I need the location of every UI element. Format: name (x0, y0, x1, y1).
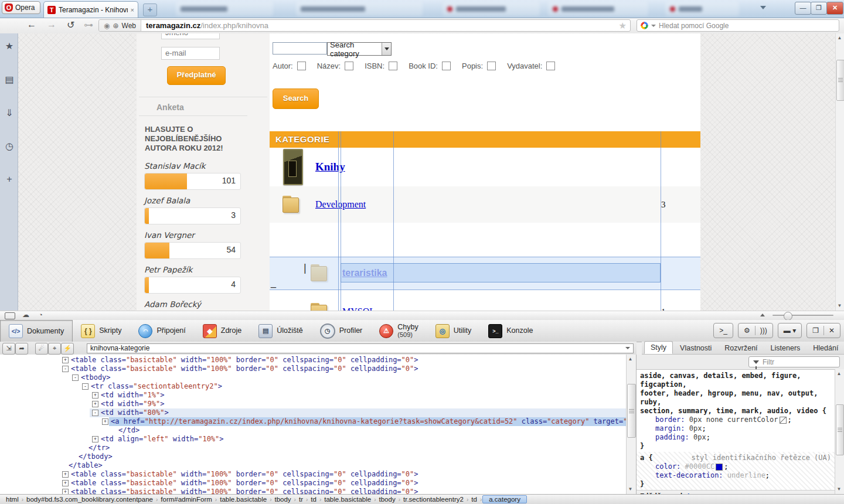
add-panel-icon[interactable]: + (4, 174, 15, 185)
collapse-icon[interactable]: - (82, 383, 89, 390)
devtools-tab-utility[interactable]: ◎Utility (427, 320, 481, 342)
styles-scroll-thumb[interactable] (836, 404, 844, 455)
breadcrumb-item[interactable]: form#adminForm (158, 495, 215, 503)
css-styles-pane[interactable]: aside, canvas, details, embed, figure, f… (637, 369, 835, 495)
category-link[interactable]: MYSQL (342, 307, 375, 311)
expand-icon[interactable]: + (92, 436, 98, 442)
minimize-button[interactable]: — (795, 2, 811, 15)
breadcrumb-item[interactable]: table.basictable (322, 495, 373, 503)
expand-collapse-button[interactable]: ⇲ (2, 343, 15, 355)
history-icon[interactable]: ◷ (4, 141, 15, 152)
breadcrumb-item[interactable]: table.basictable (217, 495, 269, 503)
window-select-button[interactable]: ▬ ▾ (778, 323, 802, 338)
collapse-icon[interactable]: - (72, 374, 79, 381)
search-options-chevron-icon[interactable] (625, 347, 630, 349)
devtools-tab-konzole[interactable]: >_Konzole (480, 320, 542, 342)
select-dropdown-button[interactable] (382, 43, 391, 55)
dom-tree-pane[interactable]: +<table class="basictable" width="100%" … (0, 355, 626, 494)
css-property[interactable]: padding: 0px; (640, 433, 831, 442)
page-scroll-thumb[interactable] (836, 60, 844, 101)
google-search-field[interactable]: Hledat pomocí Google (637, 19, 839, 32)
scroll-down-icon[interactable]: ▼ (836, 486, 842, 492)
new-tab-button[interactable]: + (143, 4, 157, 16)
expand-icon[interactable]: + (62, 489, 69, 494)
expand-icon[interactable]: + (102, 418, 108, 425)
css-property[interactable]: color: #0000CC; (640, 462, 831, 471)
wand-password-icon[interactable]: ⊶ (84, 19, 93, 30)
dom-tree-line[interactable]: -<td width="80%"> (0, 408, 626, 417)
downloads-icon[interactable]: ⇓ (4, 107, 15, 118)
dom-tree-line[interactable]: -<table class="basictable" width="100%" … (0, 365, 626, 373)
detach-close-group[interactable]: ❐ ✕ (806, 323, 840, 338)
collapse-icon[interactable]: - (62, 366, 69, 372)
breadcrumb-item[interactable]: tr (297, 495, 305, 503)
subscribe-button[interactable]: Předplatné (167, 66, 226, 85)
reload-icon[interactable]: ↺ (67, 19, 74, 30)
console-toggle-button[interactable]: >_ (713, 323, 733, 338)
devtools-tab-připojení[interactable]: ◠Připojení (130, 320, 194, 342)
highlight-lightning-icon[interactable]: ⚡ (61, 343, 74, 355)
checkbox[interactable] (442, 62, 451, 70)
select-element-icon[interactable]: ⌖ (48, 343, 61, 355)
email-field[interactable]: e-mail (161, 47, 220, 60)
breadcrumb-item[interactable]: tbody (272, 495, 293, 503)
zoom-slider-knob[interactable] (784, 312, 792, 321)
scroll-down-icon[interactable]: ▼ (836, 303, 843, 308)
scroll-down-icon[interactable]: ▼ (627, 486, 634, 492)
css-property[interactable]: border: 0px none currentColor; (640, 416, 831, 424)
devtools-tab-skripty[interactable]: { }Skripty (73, 320, 130, 342)
dom-tree-line[interactable]: -<tr class="sectiontableentry2"> (0, 382, 626, 391)
browser-tab-active[interactable]: T Teramagazin - Knihovna × (43, 1, 138, 18)
panel-tab-vlastnosti[interactable]: Vlastnosti (674, 342, 717, 354)
devtools-tab-profiler[interactable]: ◷Profiler (312, 320, 372, 342)
remote-debug-icon[interactable]: ))) (760, 326, 767, 335)
dom-tree-line[interactable]: -<tbody> (0, 373, 626, 382)
checkbox[interactable] (487, 62, 496, 70)
search-button[interactable]: Search (273, 88, 319, 109)
bookmark-star-icon[interactable]: ★ (619, 21, 630, 31)
dom-scroll-thumb[interactable] (627, 384, 636, 438)
dom-tree-line[interactable]: +<td align="left" width="10%"> (0, 435, 626, 444)
dom-tree-line[interactable]: +<a href="http://teramagazin.cz/index.ph… (0, 417, 626, 426)
breadcrumb-item[interactable]: td (308, 495, 319, 503)
dom-tree-line[interactable]: +<td width="1%"> (0, 391, 626, 400)
opera-turbo-icon[interactable]: ◔ (39, 311, 43, 318)
expand-icon[interactable]: + (62, 480, 69, 486)
css-property[interactable]: margin: 0px; (640, 424, 831, 433)
devtools-tab-úložiště[interactable]: ▤Úložiště (250, 320, 311, 342)
search-category-select[interactable]: Search category (327, 42, 392, 56)
forward-icon[interactable]: → (47, 19, 56, 30)
export-dom-button[interactable]: ➦ (15, 343, 28, 355)
zoom-slider-track[interactable] (772, 315, 833, 316)
back-icon[interactable]: ← (27, 19, 36, 30)
close-button[interactable]: ✕ (826, 2, 843, 15)
dom-tree-line[interactable]: +<td width="9%"> (0, 400, 626, 408)
checkbox[interactable] (546, 62, 555, 70)
devtools-tab-dokumenty[interactable]: </>Dokumenty (0, 320, 73, 342)
opera-menu-button[interactable]: O Opera (2, 1, 40, 14)
dom-tree-line[interactable]: </td> (0, 426, 626, 435)
dom-tree-line[interactable]: </tr> (0, 444, 626, 452)
checkbox[interactable] (389, 62, 397, 70)
scroll-up-icon[interactable]: ▲ (836, 35, 843, 40)
dom-tree-line[interactable]: +<table class="basictable" width="100%" … (0, 470, 626, 479)
checkbox[interactable] (345, 62, 353, 70)
zoom-menu-icon[interactable] (760, 314, 765, 316)
breadcrumb-item[interactable]: body#bd.fs3.com_booklibrary.contentpane (24, 495, 155, 503)
devtools-close-icon[interactable]: ✕ (829, 326, 835, 335)
tab-list-chevron-icon[interactable] (760, 6, 766, 9)
search-engine-chevron-icon[interactable] (651, 25, 656, 27)
dom-tree-line[interactable]: +<table class="basictable" width="100%" … (0, 479, 626, 488)
panel-tab-rozvržení[interactable]: Rozvržení (719, 342, 763, 354)
panel-toggle-icon[interactable] (5, 312, 15, 319)
collapse-icon[interactable]: - (92, 410, 98, 416)
restore-button[interactable]: ❐ (811, 2, 827, 15)
detach-icon[interactable]: ❐ (812, 326, 819, 335)
dom-tree-line[interactable]: </table> (0, 461, 626, 470)
scroll-up-icon[interactable]: ▲ (627, 356, 634, 362)
url-field[interactable]: ◉ ⊕ Web teramagazin.cz/index.php/knihovn… (98, 19, 631, 32)
panel-tab-styly[interactable]: Styly (644, 341, 673, 354)
checkbox[interactable] (297, 62, 306, 70)
bookmarks-icon[interactable]: ★ (4, 40, 15, 52)
tab-close-icon[interactable]: × (131, 6, 134, 13)
